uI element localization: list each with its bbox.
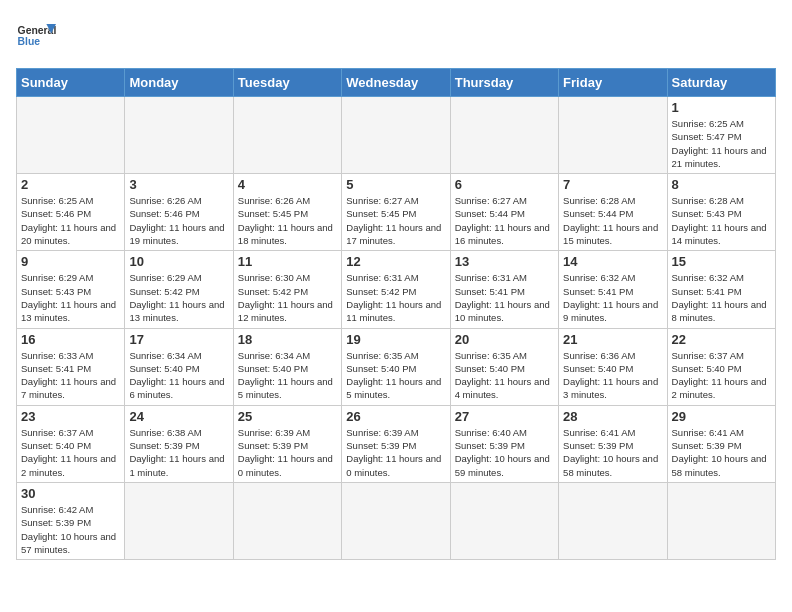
calendar: SundayMondayTuesdayWednesdayThursdayFrid… [16,68,776,560]
calendar-day-cell: 20Sunrise: 6:35 AM Sunset: 5:40 PM Dayli… [450,328,558,405]
calendar-week-3: 16Sunrise: 6:33 AM Sunset: 5:41 PM Dayli… [17,328,776,405]
day-number: 7 [563,177,662,192]
day-info: Sunrise: 6:30 AM Sunset: 5:42 PM Dayligh… [238,271,337,324]
calendar-day-cell: 15Sunrise: 6:32 AM Sunset: 5:41 PM Dayli… [667,251,775,328]
day-info: Sunrise: 6:35 AM Sunset: 5:40 PM Dayligh… [346,349,445,402]
calendar-day-cell [342,482,450,559]
calendar-day-cell: 19Sunrise: 6:35 AM Sunset: 5:40 PM Dayli… [342,328,450,405]
day-info: Sunrise: 6:27 AM Sunset: 5:44 PM Dayligh… [455,194,554,247]
calendar-day-cell: 28Sunrise: 6:41 AM Sunset: 5:39 PM Dayli… [559,405,667,482]
weekday-header-row: SundayMondayTuesdayWednesdayThursdayFrid… [17,69,776,97]
day-info: Sunrise: 6:38 AM Sunset: 5:39 PM Dayligh… [129,426,228,479]
day-info: Sunrise: 6:41 AM Sunset: 5:39 PM Dayligh… [672,426,771,479]
day-number: 16 [21,332,120,347]
day-number: 9 [21,254,120,269]
day-number: 1 [672,100,771,115]
day-number: 25 [238,409,337,424]
calendar-day-cell [450,482,558,559]
day-number: 8 [672,177,771,192]
calendar-week-1: 2Sunrise: 6:25 AM Sunset: 5:46 PM Daylig… [17,174,776,251]
day-info: Sunrise: 6:25 AM Sunset: 5:46 PM Dayligh… [21,194,120,247]
calendar-day-cell: 5Sunrise: 6:27 AM Sunset: 5:45 PM Daylig… [342,174,450,251]
calendar-day-cell [559,482,667,559]
calendar-week-2: 9Sunrise: 6:29 AM Sunset: 5:43 PM Daylig… [17,251,776,328]
calendar-day-cell: 1Sunrise: 6:25 AM Sunset: 5:47 PM Daylig… [667,97,775,174]
day-info: Sunrise: 6:26 AM Sunset: 5:46 PM Dayligh… [129,194,228,247]
calendar-day-cell: 29Sunrise: 6:41 AM Sunset: 5:39 PM Dayli… [667,405,775,482]
weekday-header-monday: Monday [125,69,233,97]
day-number: 29 [672,409,771,424]
day-info: Sunrise: 6:25 AM Sunset: 5:47 PM Dayligh… [672,117,771,170]
calendar-day-cell: 16Sunrise: 6:33 AM Sunset: 5:41 PM Dayli… [17,328,125,405]
calendar-day-cell: 7Sunrise: 6:28 AM Sunset: 5:44 PM Daylig… [559,174,667,251]
weekday-header-thursday: Thursday [450,69,558,97]
day-info: Sunrise: 6:29 AM Sunset: 5:42 PM Dayligh… [129,271,228,324]
day-info: Sunrise: 6:40 AM Sunset: 5:39 PM Dayligh… [455,426,554,479]
day-number: 24 [129,409,228,424]
day-number: 11 [238,254,337,269]
day-info: Sunrise: 6:31 AM Sunset: 5:41 PM Dayligh… [455,271,554,324]
day-info: Sunrise: 6:33 AM Sunset: 5:41 PM Dayligh… [21,349,120,402]
day-number: 10 [129,254,228,269]
calendar-week-5: 30Sunrise: 6:42 AM Sunset: 5:39 PM Dayli… [17,482,776,559]
weekday-header-wednesday: Wednesday [342,69,450,97]
calendar-day-cell: 25Sunrise: 6:39 AM Sunset: 5:39 PM Dayli… [233,405,341,482]
day-number: 14 [563,254,662,269]
calendar-day-cell: 3Sunrise: 6:26 AM Sunset: 5:46 PM Daylig… [125,174,233,251]
calendar-day-cell: 23Sunrise: 6:37 AM Sunset: 5:40 PM Dayli… [17,405,125,482]
day-info: Sunrise: 6:39 AM Sunset: 5:39 PM Dayligh… [346,426,445,479]
calendar-day-cell [450,97,558,174]
day-number: 18 [238,332,337,347]
day-number: 27 [455,409,554,424]
day-info: Sunrise: 6:31 AM Sunset: 5:42 PM Dayligh… [346,271,445,324]
day-info: Sunrise: 6:34 AM Sunset: 5:40 PM Dayligh… [238,349,337,402]
day-info: Sunrise: 6:28 AM Sunset: 5:44 PM Dayligh… [563,194,662,247]
day-number: 4 [238,177,337,192]
calendar-day-cell [125,97,233,174]
svg-text:Blue: Blue [18,36,41,47]
logo-icon: General Blue [16,16,56,56]
calendar-day-cell: 17Sunrise: 6:34 AM Sunset: 5:40 PM Dayli… [125,328,233,405]
day-number: 22 [672,332,771,347]
calendar-day-cell: 10Sunrise: 6:29 AM Sunset: 5:42 PM Dayli… [125,251,233,328]
day-info: Sunrise: 6:29 AM Sunset: 5:43 PM Dayligh… [21,271,120,324]
calendar-day-cell [342,97,450,174]
day-info: Sunrise: 6:32 AM Sunset: 5:41 PM Dayligh… [672,271,771,324]
calendar-body: 1Sunrise: 6:25 AM Sunset: 5:47 PM Daylig… [17,97,776,560]
calendar-day-cell [233,482,341,559]
day-number: 13 [455,254,554,269]
day-number: 17 [129,332,228,347]
day-info: Sunrise: 6:39 AM Sunset: 5:39 PM Dayligh… [238,426,337,479]
calendar-day-cell: 12Sunrise: 6:31 AM Sunset: 5:42 PM Dayli… [342,251,450,328]
calendar-day-cell: 27Sunrise: 6:40 AM Sunset: 5:39 PM Dayli… [450,405,558,482]
day-info: Sunrise: 6:37 AM Sunset: 5:40 PM Dayligh… [672,349,771,402]
day-number: 19 [346,332,445,347]
calendar-day-cell: 14Sunrise: 6:32 AM Sunset: 5:41 PM Dayli… [559,251,667,328]
calendar-day-cell: 26Sunrise: 6:39 AM Sunset: 5:39 PM Dayli… [342,405,450,482]
day-info: Sunrise: 6:32 AM Sunset: 5:41 PM Dayligh… [563,271,662,324]
calendar-day-cell [559,97,667,174]
calendar-week-4: 23Sunrise: 6:37 AM Sunset: 5:40 PM Dayli… [17,405,776,482]
day-number: 28 [563,409,662,424]
calendar-day-cell: 8Sunrise: 6:28 AM Sunset: 5:43 PM Daylig… [667,174,775,251]
day-number: 12 [346,254,445,269]
day-info: Sunrise: 6:34 AM Sunset: 5:40 PM Dayligh… [129,349,228,402]
day-number: 30 [21,486,120,501]
calendar-day-cell [17,97,125,174]
day-number: 2 [21,177,120,192]
day-info: Sunrise: 6:37 AM Sunset: 5:40 PM Dayligh… [21,426,120,479]
day-number: 6 [455,177,554,192]
day-info: Sunrise: 6:26 AM Sunset: 5:45 PM Dayligh… [238,194,337,247]
calendar-day-cell [233,97,341,174]
weekday-header-sunday: Sunday [17,69,125,97]
day-info: Sunrise: 6:27 AM Sunset: 5:45 PM Dayligh… [346,194,445,247]
calendar-day-cell: 6Sunrise: 6:27 AM Sunset: 5:44 PM Daylig… [450,174,558,251]
day-info: Sunrise: 6:36 AM Sunset: 5:40 PM Dayligh… [563,349,662,402]
weekday-header-tuesday: Tuesday [233,69,341,97]
calendar-day-cell: 30Sunrise: 6:42 AM Sunset: 5:39 PM Dayli… [17,482,125,559]
calendar-day-cell: 11Sunrise: 6:30 AM Sunset: 5:42 PM Dayli… [233,251,341,328]
calendar-week-0: 1Sunrise: 6:25 AM Sunset: 5:47 PM Daylig… [17,97,776,174]
day-number: 20 [455,332,554,347]
day-number: 23 [21,409,120,424]
calendar-day-cell: 13Sunrise: 6:31 AM Sunset: 5:41 PM Dayli… [450,251,558,328]
